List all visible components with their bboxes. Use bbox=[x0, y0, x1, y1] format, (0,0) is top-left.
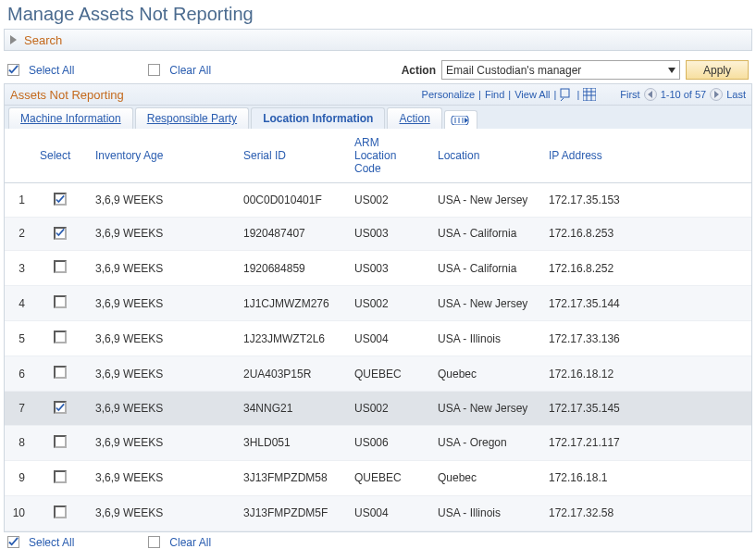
cell-location: USA - Illinois bbox=[430, 321, 541, 356]
check-icon bbox=[8, 537, 19, 547]
cell-ip-address: 172.17.35.145 bbox=[541, 392, 751, 426]
last-link[interactable]: Last bbox=[726, 89, 746, 100]
cell-inventory-age: 3,6,9 WEEKS bbox=[88, 217, 236, 251]
col-select[interactable]: Select bbox=[32, 129, 88, 183]
prev-page-icon[interactable] bbox=[644, 88, 657, 101]
cell-arm-location-code: US003 bbox=[347, 217, 430, 251]
table-row: 93,6,9 WEEKS3J13FMPZDM58QUEBECQuebec172.… bbox=[5, 460, 751, 495]
show-all-columns-icon[interactable] bbox=[444, 110, 477, 129]
cell-arm-location-code: US006 bbox=[347, 425, 430, 460]
table-row: 63,6,9 WEEKS2UA403P15RQUEBECQuebec172.16… bbox=[5, 356, 751, 392]
cell-inventory-age: 3,6,9 WEEKS bbox=[88, 495, 236, 530]
cell-inventory-age: 3,6,9 WEEKS bbox=[88, 321, 236, 356]
row-index: 9 bbox=[5, 460, 32, 495]
apply-button[interactable]: Apply bbox=[686, 60, 749, 80]
table-row: 33,6,9 WEEKS1920684859US003USA - Califor… bbox=[5, 251, 751, 286]
row-select-cell bbox=[32, 392, 88, 426]
svg-rect-0 bbox=[561, 89, 569, 97]
next-page-icon[interactable] bbox=[710, 88, 723, 101]
row-select-cell bbox=[32, 425, 88, 460]
range-text[interactable]: 1-10 of 57 bbox=[661, 89, 707, 100]
cell-arm-location-code: QUEBEC bbox=[347, 460, 430, 495]
cell-inventory-age: 3,6,9 WEEKS bbox=[88, 183, 236, 218]
col-serial-id[interactable]: Serial ID bbox=[236, 129, 347, 183]
table-row: 83,6,9 WEEKS3HLD051US006USA - Oregon172.… bbox=[5, 425, 751, 460]
clear-all-link-top[interactable]: Clear All bbox=[169, 64, 211, 77]
row-checkbox[interactable] bbox=[54, 505, 67, 518]
tab-responsible-party[interactable]: Responsible Party bbox=[135, 107, 249, 129]
row-checkbox[interactable] bbox=[54, 470, 67, 483]
cell-location: Quebec bbox=[430, 356, 541, 392]
row-checkbox[interactable] bbox=[54, 260, 67, 273]
tab-action[interactable]: Action bbox=[387, 107, 441, 129]
clear-all-checkbox-top[interactable] bbox=[148, 64, 160, 76]
expand-icon[interactable] bbox=[10, 35, 17, 44]
row-checkbox[interactable] bbox=[54, 193, 67, 206]
search-section[interactable]: Search bbox=[4, 29, 752, 51]
cell-inventory-age: 3,6,9 WEEKS bbox=[88, 356, 236, 392]
panel-header: Assets Not Reporting Personalize | Find … bbox=[5, 84, 751, 105]
cell-serial-id: 1920487407 bbox=[236, 217, 347, 251]
row-checkbox[interactable] bbox=[54, 366, 67, 379]
svg-rect-1 bbox=[583, 88, 596, 101]
cell-inventory-age: 3,6,9 WEEKS bbox=[88, 460, 236, 495]
col-location[interactable]: Location bbox=[430, 129, 541, 183]
select-all-checkbox-bottom[interactable] bbox=[7, 536, 19, 548]
cell-location: Quebec bbox=[430, 460, 541, 495]
find-link[interactable]: Find bbox=[485, 89, 504, 100]
row-checkbox[interactable] bbox=[54, 435, 67, 448]
cell-arm-location-code: QUEBEC bbox=[347, 356, 430, 392]
cell-serial-id: 1J23JMWZT2L6 bbox=[236, 321, 347, 356]
tab-machine-information[interactable]: Machine Information bbox=[8, 107, 133, 129]
row-index: 8 bbox=[5, 425, 32, 460]
tab-label: Location Information bbox=[263, 112, 373, 125]
cell-location: USA - New Jersey bbox=[430, 286, 541, 321]
cell-arm-location-code: US004 bbox=[347, 495, 430, 530]
col-inventory-age[interactable]: Inventory Age bbox=[88, 129, 236, 183]
row-select-cell bbox=[32, 217, 88, 251]
row-index: 4 bbox=[5, 286, 32, 321]
search-label: Search bbox=[24, 33, 62, 47]
cell-serial-id: 2UA403P15R bbox=[236, 356, 347, 392]
table-row: 13,6,9 WEEKS00C0D010401FUS002USA - New J… bbox=[5, 183, 751, 218]
cell-location: USA - California bbox=[430, 251, 541, 286]
action-label: Action bbox=[402, 64, 436, 77]
row-select-cell bbox=[32, 460, 88, 495]
cell-serial-id: 3J13FMPZDM58 bbox=[236, 460, 347, 495]
tab-location-information[interactable]: Location Information bbox=[251, 107, 385, 129]
row-index: 6 bbox=[5, 356, 32, 392]
row-checkbox[interactable] bbox=[54, 227, 67, 240]
cell-arm-location-code: US002 bbox=[347, 286, 430, 321]
select-all-checkbox-top[interactable] bbox=[7, 64, 19, 76]
tabs: Machine InformationResponsible PartyLoca… bbox=[5, 105, 751, 129]
row-checkbox[interactable] bbox=[54, 295, 67, 308]
cell-ip-address: 172.16.8.252 bbox=[541, 251, 751, 286]
col-arm-location-code[interactable]: ARM Location Code bbox=[347, 129, 430, 183]
cell-ip-address: 172.16.8.253 bbox=[541, 217, 751, 251]
action-select[interactable]: Email Custodian's manager bbox=[441, 60, 680, 80]
cell-arm-location-code: US003 bbox=[347, 251, 430, 286]
grid-icon[interactable] bbox=[583, 88, 596, 101]
zoom-icon[interactable] bbox=[560, 88, 573, 101]
row-index: 7 bbox=[5, 392, 32, 426]
cell-location: USA - Illinois bbox=[430, 495, 541, 530]
clear-all-link-bottom[interactable]: Clear All bbox=[169, 536, 211, 549]
personalize-link[interactable]: Personalize bbox=[422, 89, 475, 100]
row-select-cell bbox=[32, 251, 88, 286]
cell-location: USA - New Jersey bbox=[430, 392, 541, 426]
row-checkbox[interactable] bbox=[54, 331, 67, 343]
cell-arm-location-code: US004 bbox=[347, 321, 430, 356]
col-ip-address[interactable]: IP Address bbox=[541, 129, 751, 183]
clear-all-checkbox-bottom[interactable] bbox=[148, 536, 160, 548]
view-all-link[interactable]: View All bbox=[514, 89, 550, 100]
row-index: 10 bbox=[5, 495, 32, 530]
select-all-link-bottom[interactable]: Select All bbox=[29, 536, 74, 549]
row-checkbox[interactable] bbox=[54, 401, 67, 414]
cell-inventory-age: 3,6,9 WEEKS bbox=[88, 286, 236, 321]
row-index: 3 bbox=[5, 251, 32, 286]
bottom-toolbar: Select All Clear All bbox=[0, 532, 756, 550]
select-all-link-top[interactable]: Select All bbox=[29, 64, 74, 77]
first-link[interactable]: First bbox=[620, 89, 639, 100]
cell-serial-id: 1J1CJMWZM276 bbox=[236, 286, 347, 321]
row-select-cell bbox=[32, 356, 88, 392]
